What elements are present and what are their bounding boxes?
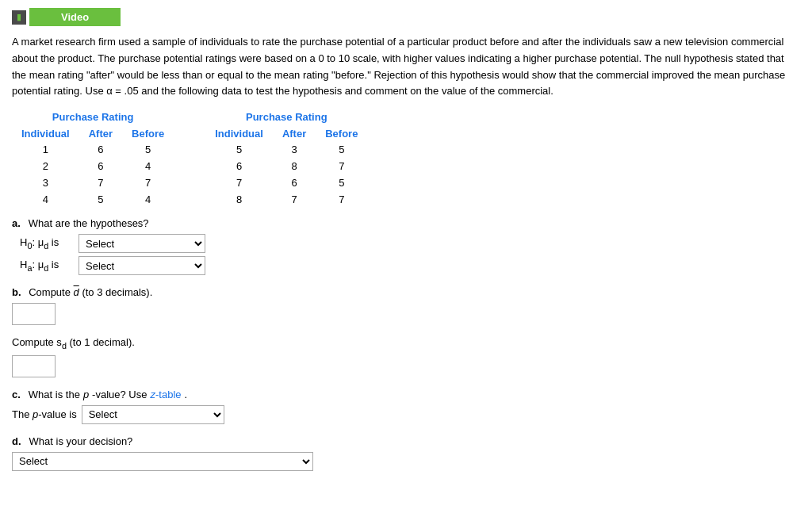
question-a-text: What are the hypotheses? — [29, 217, 149, 229]
question-a-line: a. What are the hypotheses? — [12, 217, 800, 229]
compute-sd-label: Compute sd (to 1 decimal). — [12, 336, 800, 350]
pvalue-line: The p-value is Selectless than .005betwe… — [12, 405, 800, 424]
dbar-input[interactable] — [13, 304, 55, 324]
sd-input[interactable] — [13, 356, 55, 377]
table-row: 687 — [205, 158, 367, 174]
h0-select[interactable]: Select≤ 0≥ 0= 0< 0> 0≠ 0 — [79, 234, 205, 253]
table-row: 877 — [205, 191, 367, 208]
c-pvalue-text: p — [83, 389, 89, 400]
dbar-input-box[interactable] — [12, 303, 56, 325]
table-row: 454 — [12, 191, 174, 208]
question-d-line: d. What is your decision? — [12, 435, 800, 447]
col-after-1: After — [79, 126, 122, 141]
ha-line: Ha: μd is Select≤ 0≥ 0= 0< 0> 0≠ 0 — [20, 256, 800, 275]
pvalue-select[interactable]: Selectless than .005between .005 and .01… — [82, 405, 224, 424]
table-row: 165 — [12, 141, 174, 158]
sd-input-box[interactable] — [12, 355, 56, 377]
ha-select[interactable]: Select≤ 0≥ 0= 0< 0> 0≠ 0 — [79, 256, 205, 275]
question-b: b. Compute d (to 3 decimals). — [12, 286, 800, 325]
table-row: 377 — [12, 174, 174, 191]
table-row: 765 — [205, 174, 367, 191]
question-d: d. What is your decision? SelectDo not r… — [12, 435, 800, 471]
d-text: What is your decision? — [29, 435, 133, 447]
h0-line: H0: μd is Select≤ 0≥ 0= 0< 0> 0≠ 0 — [20, 234, 800, 253]
decision-select[interactable]: SelectDo not reject H₀Reject H₀ — [12, 452, 313, 471]
ha-label: Ha: μd is — [20, 258, 75, 273]
table-group-2: Purchase Rating Individual After Before … — [205, 111, 367, 208]
pvalue-label: The p-value is — [12, 408, 77, 420]
data-table-2: Individual After Before 535687765877 — [205, 126, 367, 208]
sd-label-text: Compute sd (to 1 decimal). — [12, 336, 135, 348]
h0-label: H0: μd is — [20, 236, 75, 251]
video-bar: ▮ Video — [12, 8, 800, 26]
col-individual-1: Individual — [12, 126, 79, 141]
table-group1-title: Purchase Rating — [12, 111, 174, 123]
table-group2-title: Purchase Rating — [205, 111, 367, 123]
dbar-symbol: d — [74, 286, 79, 298]
col-before-2: Before — [316, 126, 367, 141]
intro-text: A market research firm used a sample of … — [12, 34, 800, 100]
z-table-link[interactable]: z-table — [150, 389, 181, 400]
compute-text: Compute — [29, 286, 71, 298]
video-button[interactable]: Video — [29, 8, 121, 26]
data-table-1: Individual After Before 165264377454 — [12, 126, 174, 208]
table-row: 535 — [205, 141, 367, 158]
part-d-label: d. — [12, 435, 21, 447]
table-group-1: Purchase Rating Individual After Before … — [12, 111, 174, 208]
question-c-line: c. What is the p-value? Use z-table . — [12, 389, 800, 400]
col-before-1: Before — [122, 126, 174, 141]
question-a: a. What are the hypotheses? H0: μd is Se… — [12, 217, 800, 275]
part-c-label: c. — [12, 389, 21, 400]
compute-dbar-label: b. Compute d (to 3 decimals). — [12, 286, 800, 298]
data-tables: Purchase Rating Individual After Before … — [12, 111, 800, 208]
question-b-sd: Compute sd (to 1 decimal). — [12, 336, 800, 377]
part-a-label: a. — [12, 217, 21, 229]
col-individual-2: Individual — [205, 126, 273, 141]
question-c: c. What is the p-value? Use z-table . Th… — [12, 389, 800, 424]
video-icon: ▮ — [12, 10, 26, 25]
col-after-2: After — [273, 126, 316, 141]
c-text1: What is the — [29, 389, 80, 400]
part-b-label: b. — [12, 286, 21, 298]
decimals-text: (to 3 decimals). — [82, 286, 152, 298]
table-row: 264 — [12, 158, 174, 174]
